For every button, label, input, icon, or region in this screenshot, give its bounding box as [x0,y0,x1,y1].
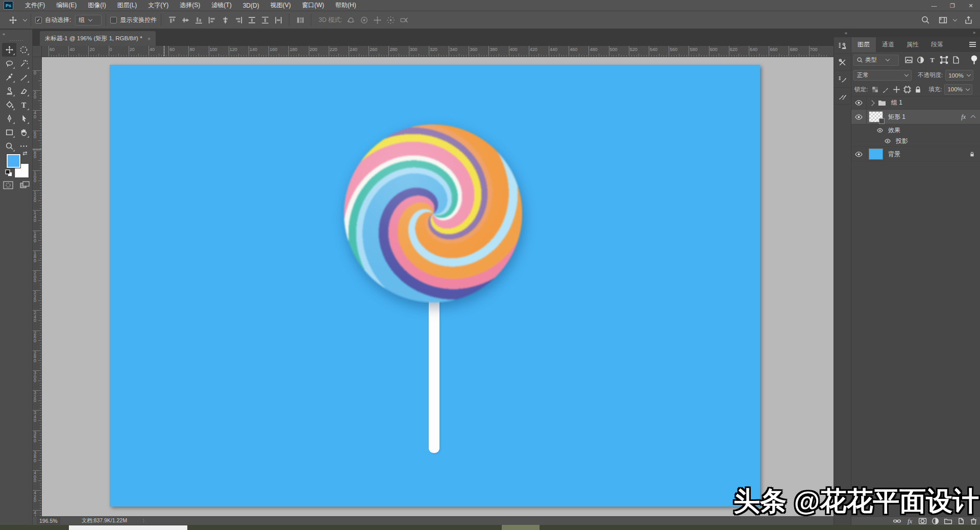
visibility-eye-icon[interactable] [855,100,863,106]
lock-artboard-icon[interactable] [902,85,913,94]
type-filter-icon[interactable]: T [926,54,938,66]
menu-V[interactable]: 视图(V) [265,0,297,11]
lock-all-icon[interactable] [913,85,923,94]
menu-S[interactable]: 选择(S) [174,0,206,11]
blend-mode-dropdown[interactable]: 正常 [853,70,912,81]
filter-toggle-icon[interactable] [968,54,980,66]
pixel-layer-filter-icon[interactable] [903,54,915,66]
3d-rotate-icon[interactable] [345,14,356,26]
group-expander-icon[interactable] [869,100,874,106]
clone-stamp-tool[interactable] [2,84,16,98]
pen-tool[interactable] [2,112,16,125]
panel-tab-段落[interactable]: 段落 [925,37,949,52]
workspace-icon[interactable] [937,14,948,26]
menu-3DD[interactable]: 3D(D) [237,0,265,11]
menu-E[interactable]: 编辑(E) [51,0,82,11]
brushes-icon[interactable] [834,88,851,105]
visibility-eye-icon[interactable] [855,152,863,157]
3d-roll-icon[interactable] [358,14,370,26]
layer-row-效果[interactable]: 效果 [851,124,980,136]
horizontal-ruler[interactable]: 6040200204060801001201401601802002202402… [42,46,834,57]
lock-transparent-icon[interactable] [870,85,880,94]
share-icon[interactable] [963,14,974,26]
align-center-icon[interactable] [219,14,231,26]
swap-colors-icon[interactable]: ⇄ [22,150,27,157]
search-icon[interactable] [920,14,931,26]
align-bottom-icon[interactable] [193,14,204,26]
close-button[interactable]: ✕ [962,0,980,11]
paint-bucket-tool[interactable] [2,98,16,112]
panel-tab-图层[interactable]: 图层 [851,37,876,52]
magic-wand-tool[interactable] [16,57,31,70]
distribute-middle-icon[interactable] [259,14,271,26]
layer-row-投影[interactable]: 投影 [851,136,980,147]
visibility-eye-icon[interactable] [877,128,883,133]
layer-thumbnail[interactable] [869,148,883,160]
ruler-corner[interactable] [33,46,42,57]
rectangle-tool[interactable] [2,125,16,139]
visibility-eye-icon[interactable] [885,139,891,143]
brush-tool[interactable] [16,70,31,84]
fill-field[interactable]: 100% [944,84,972,95]
align-top-icon[interactable] [166,14,178,26]
brush-settings-icon[interactable] [834,71,851,88]
toolbar-collapse-icon[interactable]: « [3,32,6,37]
align-middle-icon[interactable] [180,14,191,26]
align-left-icon[interactable] [206,14,217,26]
minimize-button[interactable]: — [925,0,943,11]
clone-source-icon[interactable] [834,37,851,54]
panel-expand-icon[interactable]: » [973,30,976,35]
layer-row-背景[interactable]: 背景 [851,147,980,162]
foreground-color-swatch[interactable] [7,154,20,168]
eraser-tool[interactable] [16,84,31,98]
workspace-chevron[interactable] [953,17,957,21]
adjustment-filter-icon[interactable] [915,54,926,66]
lock-paint-icon[interactable] [880,85,891,94]
move-tool[interactable] [2,43,16,57]
panel-tab-通道[interactable]: 通道 [876,37,900,52]
tab-close-icon[interactable]: × [148,36,151,42]
path-select-tool[interactable] [16,112,31,125]
menu-F[interactable]: 文件(F) [19,0,51,11]
lasso-tool[interactable] [2,57,16,70]
lock-move-icon[interactable] [891,85,902,94]
visibility-eye-icon[interactable] [855,114,863,120]
type-tool[interactable]: T [16,98,31,112]
panel-tab-属性[interactable]: 属性 [900,37,925,52]
distribute-spacing-icon[interactable] [295,14,306,26]
distribute-top-icon[interactable] [246,14,257,26]
panel-menu-icon[interactable] [969,42,976,47]
menu-W[interactable]: 窗口(W) [297,0,330,11]
align-right-icon[interactable] [233,14,244,26]
default-colors-icon[interactable] [5,169,13,177]
opacity-field[interactable]: 100% [945,70,973,81]
layer-thumbnail[interactable] [869,111,883,122]
vertical-ruler[interactable]: 02 04 06 08 01 0 01 2 01 4 01 6 01 8 02 … [33,57,42,516]
fx-collapse-icon[interactable] [971,115,976,120]
document-tab[interactable]: 未标题-1 @ 196% (矩形 1, RGB/8#) * × [40,31,156,46]
pasteboard[interactable] [42,57,834,516]
strip-collapse-icon[interactable]: « [845,31,848,36]
tool-presets-icon[interactable] [834,54,851,71]
shape-filter-icon[interactable] [938,54,950,66]
menu-H[interactable]: 帮助(H) [330,0,362,11]
3d-scale-icon[interactable] [398,14,409,26]
restore-button[interactable]: ❐ [943,0,962,11]
layer-filter-dropdown[interactable]: 类型 [853,55,899,66]
fx-badge[interactable]: fx [961,113,966,121]
menu-L[interactable]: 图层(L) [112,0,143,11]
show-transform-checkbox[interactable] [110,17,117,23]
document-canvas[interactable] [110,65,760,507]
layer-row-组 1[interactable]: 组 1 [851,96,980,110]
quick-mask-icon[interactable] [3,181,13,189]
auto-select-checkbox[interactable]: ✓ [35,17,42,23]
photoshop-logo[interactable]: Ps [4,1,13,10]
3d-slide-icon[interactable] [385,14,396,26]
layer-row-矩形 1[interactable]: 矩形 1fx [851,110,980,124]
menu-I[interactable]: 图像(I) [82,0,111,11]
zoom-level-field[interactable]: 196.5% [37,517,60,524]
hand-tool[interactable] [16,125,31,139]
status-chevron-icon[interactable]: 〉 [142,518,147,524]
marquee-tool[interactable] [16,43,31,57]
eyedropper-tool[interactable] [2,70,16,84]
